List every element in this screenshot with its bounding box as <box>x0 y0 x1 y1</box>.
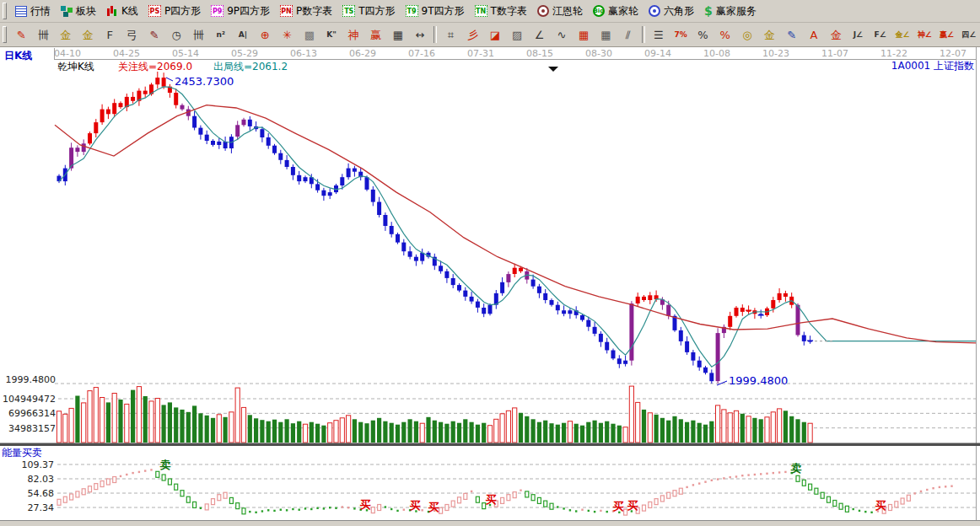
n-squared-tool-button[interactable]: n² <box>210 24 232 45</box>
percent-line-tool-button[interactable]: % <box>714 24 736 45</box>
angle-mirror-tool-button[interactable]: A| <box>232 24 254 45</box>
toolbar-grip[interactable] <box>3 26 7 43</box>
volume-bar <box>235 388 240 443</box>
circle-gold-tool-button[interactable]: ◎ <box>736 24 758 45</box>
shen-tool-button[interactable]: 神 <box>342 24 364 45</box>
menu-item-tn-number-table[interactable]: TNT数字表 <box>470 3 532 20</box>
box-frame-tool-button[interactable]: ⌗ <box>439 24 461 45</box>
time-cycle-tool-button[interactable]: ◷ <box>165 24 187 45</box>
gold-section-tool-2-button[interactable]: 金 <box>77 24 99 45</box>
price-scale-tool-button[interactable]: ☰ <box>648 24 670 45</box>
menu-item-winner-service[interactable]: $赢家服务 <box>699 3 762 20</box>
chart-area[interactable]: 1999.480010494947269966314349831572453.7… <box>0 47 980 526</box>
menu-item-ps-square[interactable]: PSP四方形 <box>143 3 206 20</box>
candle-body <box>408 251 412 257</box>
volume-bar <box>531 419 536 443</box>
candle-body <box>697 361 702 368</box>
volume-bar <box>217 415 221 443</box>
volume-bar <box>691 421 695 443</box>
zigzag-tool-button[interactable]: ∿ <box>551 24 573 45</box>
f-lines-tool-button[interactable]: F <box>99 24 121 45</box>
k-wave-tool-button[interactable]: K" <box>320 24 342 45</box>
hatch-grid-tool-2-button[interactable]: 卌 <box>187 24 209 45</box>
candlestick-layer[interactable] <box>57 72 814 384</box>
candle-body <box>716 333 720 381</box>
buy-signal-marker: 买 <box>360 498 371 511</box>
gann-circle-tool-button[interactable]: ⊕ <box>254 24 276 45</box>
a-channel-tool-button[interactable]: A <box>803 24 825 45</box>
menu-item-winner-wheel[interactable]: Big赢家轮 <box>588 3 643 20</box>
volume-bar <box>457 423 461 443</box>
candle-body <box>778 293 782 300</box>
measure-pen-tool-button[interactable]: ✎ <box>143 24 165 45</box>
menu-item-sector-blocks[interactable]: 板块 <box>56 3 101 20</box>
volume-bar <box>525 416 529 443</box>
oscillator-bar <box>525 491 529 497</box>
number-grid-tool-button[interactable]: ▦ <box>387 24 409 45</box>
date-tick: 07-31 <box>467 48 494 59</box>
pen-bar-tool-button[interactable]: ✎ <box>780 24 802 45</box>
candle-body <box>365 177 369 190</box>
indicator-title[interactable]: 能量买卖 <box>2 446 42 460</box>
fan-rays-tool-button[interactable]: 彡 <box>462 24 484 45</box>
menu-item-kline-candles[interactable]: K线 <box>101 3 143 20</box>
box-fan-tool-2-button[interactable]: ▨ <box>506 24 528 45</box>
four-angle-tool-button[interactable]: 四∠ <box>958 24 980 45</box>
horizontal-span-tool-button[interactable]: ↔ <box>409 24 431 45</box>
ying-angle-tool-button[interactable]: 赢∠ <box>935 24 957 45</box>
oscillator-bar <box>168 479 171 485</box>
date-tick: 11-22 <box>880 48 907 59</box>
menu-item-t9-square[interactable]: T99T四方形 <box>401 3 470 20</box>
volume-tick-label: 34983157 <box>8 423 56 434</box>
oscillator-dot <box>766 473 767 475</box>
candle-body <box>285 160 289 167</box>
volume-bar <box>291 423 295 443</box>
pane-separator[interactable] <box>0 443 980 447</box>
candle-body <box>340 177 344 185</box>
oscillator-dot <box>273 510 275 512</box>
menu-item-p9-square[interactable]: P99P四方形 <box>206 3 275 20</box>
gold-line-red-tool-button[interactable]: 金 <box>825 24 847 45</box>
arc-spring-tool-button[interactable]: 弓 <box>121 24 143 45</box>
volume-bar <box>192 405 197 443</box>
hatch-grid-tool-button[interactable]: 卌 <box>32 24 54 45</box>
box-fan-tool-button[interactable]: ◪ <box>484 24 506 45</box>
period-label[interactable]: 日K线 <box>4 49 32 63</box>
volume-bar <box>789 416 794 443</box>
percent-tool-button[interactable]: % <box>692 24 713 45</box>
j-angle-tool-button[interactable]: J∠ <box>847 24 869 45</box>
volume-bars-layer[interactable] <box>57 386 812 443</box>
seven-percent-tool-button[interactable]: 7% <box>670 24 692 45</box>
ma-long-line <box>55 105 976 343</box>
oscillator-bar <box>821 492 824 498</box>
oscillator-dot <box>563 507 564 509</box>
menu-item-gann-wheel[interactable]: 江恩轮 <box>532 3 588 20</box>
pen-draw-tool-button[interactable]: ✎ <box>10 24 32 45</box>
menu-item-ts-square[interactable]: TST四方形 <box>337 3 400 20</box>
volume-bar <box>272 420 277 443</box>
oscillator-bar <box>544 501 547 507</box>
red-grid-tool-button[interactable]: ▦ <box>573 24 595 45</box>
f-angle-tool-button[interactable]: F∠ <box>870 24 891 45</box>
gold-section-tool-button[interactable]: 金 <box>55 24 77 45</box>
oscillator-layer[interactable]: 卖买买买买买买卖买 <box>57 459 953 515</box>
web-grid-tool-button[interactable]: ▩ <box>299 24 320 45</box>
ying-tool-button[interactable]: 赢 <box>365 24 387 45</box>
oscillator-tick-label: 109.37 <box>22 459 55 470</box>
menu-item-pn-number-table[interactable]: PNP数字表 <box>275 3 337 20</box>
menubar-grip[interactable] <box>3 3 7 19</box>
shen-angle-tool-button[interactable]: 神∠ <box>913 24 935 45</box>
candle-body <box>304 177 308 181</box>
menu-item-market-grid[interactable]: 行情 <box>10 3 56 20</box>
angle-line-tool-button[interactable]: ∠ <box>528 24 550 45</box>
gold-hline-tool-button[interactable]: 金 <box>758 24 780 45</box>
menu-item-hexagon[interactable]: 六角形 <box>643 3 699 20</box>
volume-bar <box>654 415 659 443</box>
gold-angle-tool-button[interactable]: 金∠ <box>891 24 913 45</box>
grid-arrow-tool-button[interactable]: ▦ <box>595 24 617 45</box>
parallel-slant-tool-button[interactable]: ⫽ <box>617 24 639 45</box>
candle-body <box>248 120 252 126</box>
star-rays-tool-button[interactable]: ✳ <box>276 24 298 45</box>
chart-svg[interactable]: 1999.480010494947269966314349831572453.7… <box>0 47 980 526</box>
candle-body <box>328 192 332 196</box>
